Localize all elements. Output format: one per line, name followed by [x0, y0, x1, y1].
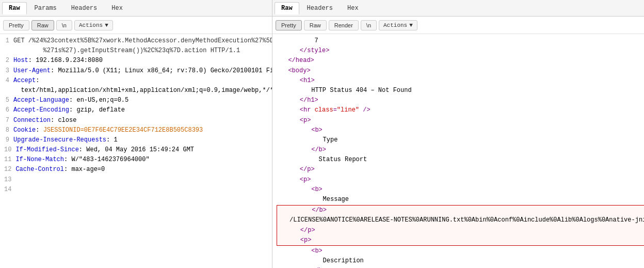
right-tab-bar: Raw Headers Hex: [272, 0, 644, 17]
line-12: 12 Cache-Control: max-age=0: [4, 165, 268, 175]
xml-line-13: Status Report: [277, 155, 644, 165]
pretty-button-right[interactable]: Pretty: [276, 20, 302, 30]
xml-line-10: <b>: [277, 125, 644, 135]
line-14: 14: [4, 185, 268, 195]
tab-params[interactable]: Params: [28, 2, 63, 14]
xml-line-1: 7: [277, 36, 644, 46]
tab-headers-left[interactable]: Headers: [65, 2, 104, 14]
right-toolbar: Pretty Raw Render \n Actions ▼: [272, 17, 644, 34]
line-7: 7 Connection: close: [4, 116, 268, 125]
line-8: 8 Cookie: JSESSIONID=0E7F6E4C79EE2E34CF7…: [4, 125, 268, 135]
actions-label-right: Actions: [383, 22, 407, 28]
xml-line-18: </b>: [277, 206, 644, 215]
xml-line-5: <h1>: [277, 76, 644, 86]
xml-line-11: Type: [277, 135, 644, 145]
actions-label-left: Actions: [79, 22, 103, 28]
xml-line-6: HTTP Status 404 – Not Found: [277, 86, 644, 96]
main-container: Raw Params Headers Hex Pretty Raw \n Act…: [0, 0, 644, 268]
line-9: 9 Upgrade-Insecure-Requests: 1: [4, 135, 268, 145]
xml-line-15: <p>: [277, 175, 644, 185]
xml-line-12: </b>: [277, 145, 644, 155]
xml-line-24: </b>: [277, 266, 644, 268]
left-content[interactable]: 1 GET /%24%23context%5B%27xwork.MethodAc…: [0, 34, 272, 268]
tab-hex-left[interactable]: Hex: [105, 2, 130, 14]
xml-line-14: </p>: [277, 165, 644, 175]
right-content[interactable]: 7 </style> </head> <body> <h1> HTTP Stat…: [272, 34, 644, 268]
xml-line-16: <b>: [277, 185, 644, 195]
tab-hex-right[interactable]: Hex: [341, 2, 365, 14]
left-toolbar: Pretty Raw \n Actions ▼: [0, 17, 272, 34]
xml-line-4: <body>: [277, 66, 644, 76]
raw-button-right[interactable]: Raw: [304, 20, 327, 30]
xml-highlighted-block: </b> /LICENSE%0ANOTICE%0ARELEASE-NOTES%0…: [277, 205, 644, 246]
newline-button-right[interactable]: \n: [361, 20, 377, 30]
chevron-down-icon-right: ▼: [409, 22, 413, 28]
xml-line-8: <hr class="line" />: [277, 105, 644, 115]
xml-line-7: </h1>: [277, 96, 644, 105]
left-tab-bar: Raw Params Headers Hex: [0, 0, 272, 17]
pretty-button-left[interactable]: Pretty: [3, 20, 29, 30]
xml-line-17: Message: [277, 195, 644, 204]
line-2: 2 Host: 192.168.9.234:8080: [4, 56, 268, 66]
xml-line-21: <p>: [277, 235, 644, 245]
tab-headers-right[interactable]: Headers: [300, 2, 340, 14]
line-13: 13: [4, 175, 268, 185]
line-10: 10 If-Modified-Since: Wed, 04 May 2016 1…: [4, 145, 268, 155]
line-6: 6 Accept-Encoding: gzip, deflate: [4, 105, 268, 115]
right-panel: Raw Headers Hex Pretty Raw Render \n Act…: [272, 0, 644, 268]
xml-line-9: <p>: [277, 116, 644, 125]
tab-raw-left[interactable]: Raw: [2, 2, 27, 14]
render-button-right[interactable]: Render: [329, 20, 359, 30]
line-1: 1 GET /%24%23context%5B%27xwork.MethodAc…: [4, 36, 268, 56]
xml-line-23: Description: [277, 256, 644, 266]
xml-line-19: /LICENSE%0ANOTICE%0ARELEASE-NOTES%0ARUNN…: [277, 215, 644, 225]
xml-line-20: </p>: [277, 226, 644, 235]
tab-raw-right[interactable]: Raw: [275, 2, 299, 14]
actions-dropdown-right[interactable]: Actions ▼: [379, 20, 417, 30]
newline-button-left[interactable]: \n: [56, 20, 72, 30]
xml-line-2: </style>: [277, 46, 644, 56]
xml-line-3: </head>: [277, 56, 644, 66]
line-4: 4 Accept: text/html,application/xhtml+xm…: [4, 76, 268, 96]
left-panel: Raw Params Headers Hex Pretty Raw \n Act…: [0, 0, 272, 268]
line-11: 11 If-None-Match: W/"483-1462376964000": [4, 155, 268, 165]
line-5: 5 Accept-Language: en-US,en;q=0.5: [4, 96, 268, 105]
raw-button-left[interactable]: Raw: [31, 20, 54, 30]
chevron-down-icon-left: ▼: [105, 22, 108, 28]
line-3: 3 User-Agent: Mozilla/5.0 (X11; Linux x8…: [4, 66, 268, 76]
xml-line-22: <b>: [277, 246, 644, 256]
actions-dropdown-left[interactable]: Actions ▼: [74, 20, 113, 30]
